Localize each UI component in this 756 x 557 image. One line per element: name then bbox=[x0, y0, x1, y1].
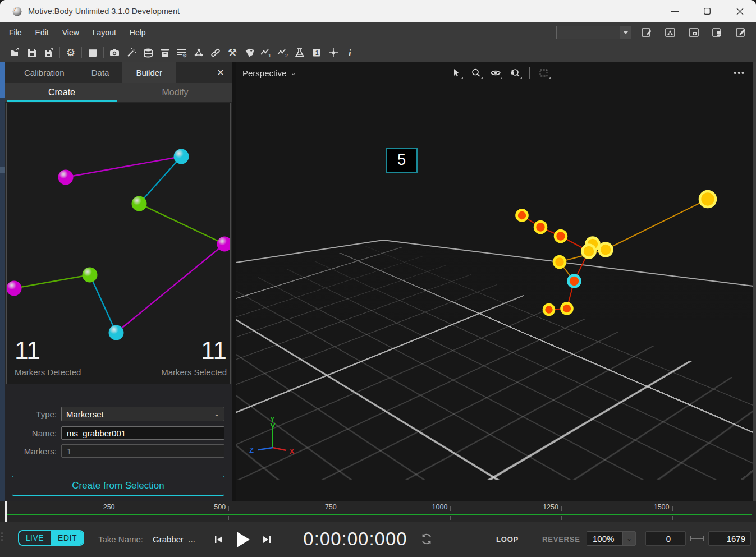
panel-viewport-divider[interactable] bbox=[232, 62, 236, 501]
markers-count-input[interactable]: 1 bbox=[61, 444, 224, 458]
type-select[interactable]: Markerset ⌄ bbox=[61, 407, 224, 421]
layout-square-icon[interactable] bbox=[84, 45, 101, 61]
menu-edit[interactable]: Edit bbox=[29, 22, 56, 43]
svg-text:⚙: ⚙ bbox=[182, 53, 187, 58]
chevron-down-icon: ⌄ bbox=[290, 69, 296, 77]
maximize-button[interactable] bbox=[691, 0, 723, 22]
open-file-icon[interactable] bbox=[7, 45, 24, 61]
panel-data-icon[interactable] bbox=[709, 25, 726, 40]
maximize-icon bbox=[704, 8, 711, 15]
archive-icon[interactable] bbox=[157, 45, 173, 61]
tag-icon[interactable] bbox=[241, 45, 258, 61]
title-bar: Motive:Body Unlimited 3.1.0 Development bbox=[0, 0, 756, 22]
play-button[interactable] bbox=[231, 530, 255, 550]
visibility-tool[interactable] bbox=[488, 66, 503, 80]
visibility-icon bbox=[490, 68, 501, 78]
timeline-tick-label: 500 bbox=[214, 503, 228, 511]
menu-layout[interactable]: Layout bbox=[86, 22, 123, 43]
markers-detected-label: Markers Detected bbox=[15, 367, 81, 377]
tab-builder[interactable]: Builder bbox=[122, 62, 176, 83]
crosshair-icon[interactable] bbox=[325, 45, 342, 61]
close-icon bbox=[736, 8, 744, 15]
docked-panel-edge[interactable] bbox=[0, 62, 5, 501]
minimize-button[interactable] bbox=[658, 0, 691, 22]
svg-text:2: 2 bbox=[285, 53, 288, 58]
skip-end-button[interactable] bbox=[258, 532, 275, 547]
panel-close-button[interactable]: ✕ bbox=[214, 62, 227, 83]
skip-start-icon bbox=[213, 534, 224, 545]
svg-text:X: X bbox=[290, 447, 295, 455]
selection-count-value: 5 bbox=[397, 151, 406, 169]
app-logo-icon bbox=[12, 7, 22, 16]
save-icon[interactable] bbox=[24, 45, 40, 61]
rect-select-tool[interactable] bbox=[537, 66, 551, 80]
skip-start-button[interactable] bbox=[210, 532, 227, 547]
timeline-strip[interactable]: 250500750100012501500 bbox=[0, 501, 756, 522]
range-start-input[interactable]: 0 bbox=[645, 531, 686, 546]
database-icon[interactable] bbox=[140, 45, 157, 61]
info-icon[interactable]: i bbox=[342, 45, 359, 61]
panel-camera-icon[interactable] bbox=[685, 25, 702, 40]
live-edit-toggle[interactable]: LIVE EDIT bbox=[18, 530, 84, 546]
magic-wand-icon[interactable] bbox=[123, 45, 140, 61]
settings-gear-icon[interactable]: ⚙ bbox=[62, 45, 79, 61]
zoom-lock-tool[interactable] bbox=[508, 66, 523, 80]
create-from-selection-button[interactable]: Create from Selection bbox=[12, 476, 224, 496]
transport-bar: LIVE EDIT Take Name: Grabber_... 0:00:00… bbox=[0, 522, 756, 557]
docked-panel-highlight bbox=[0, 62, 5, 98]
subtab-modify[interactable]: Modify bbox=[118, 83, 232, 102]
save-all-icon[interactable] bbox=[40, 45, 57, 61]
svg-text:1: 1 bbox=[315, 50, 319, 56]
tools-icon[interactable]: ⚒ bbox=[224, 45, 241, 61]
list-settings-icon[interactable]: ⚙ bbox=[173, 45, 190, 61]
take-name-label: Take Name: bbox=[98, 535, 143, 544]
flask-chart-icon[interactable] bbox=[291, 45, 308, 61]
layout-combobox[interactable] bbox=[556, 26, 631, 39]
timeline-playhead[interactable] bbox=[5, 501, 7, 522]
tab-calibration[interactable]: Calibration bbox=[11, 62, 78, 83]
numbered-1-icon[interactable]: 1 bbox=[308, 45, 325, 61]
timeline-tick bbox=[228, 503, 229, 520]
view-mode-dropdown[interactable]: Perspective ⌄ bbox=[242, 68, 296, 78]
tab-data[interactable]: Data bbox=[78, 62, 123, 83]
select-cursor-tool[interactable] bbox=[449, 66, 464, 80]
type-label: Type: bbox=[5, 409, 61, 419]
zoom-icon bbox=[471, 68, 481, 78]
name-input[interactable]: ms_grabber001 bbox=[61, 426, 224, 440]
loop-mode-button[interactable]: LOOP bbox=[496, 535, 519, 544]
panel-notes-icon[interactable] bbox=[732, 25, 749, 40]
panel-edit-icon[interactable] bbox=[638, 25, 655, 40]
graph-2-icon[interactable]: 2 bbox=[274, 45, 291, 61]
loop-toggle-button[interactable] bbox=[420, 532, 433, 546]
asset-nodes-icon[interactable] bbox=[190, 45, 207, 61]
live-mode-button[interactable]: LIVE bbox=[19, 531, 52, 545]
camera-icon[interactable] bbox=[106, 45, 123, 61]
close-button[interactable] bbox=[723, 0, 756, 22]
link-icon[interactable] bbox=[207, 45, 224, 61]
panel-markers-icon[interactable] bbox=[662, 25, 679, 40]
timeline-track-line bbox=[7, 514, 752, 515]
viewport-3d[interactable]: Perspective ⌄ bbox=[236, 62, 756, 501]
viewport-more-button[interactable]: ••• bbox=[734, 62, 745, 84]
zoom-tool[interactable] bbox=[469, 66, 483, 80]
timeline-tick bbox=[672, 503, 673, 520]
minimize-icon bbox=[671, 8, 679, 15]
grip-handle[interactable] bbox=[1, 532, 3, 541]
reverse-mode-button[interactable]: REVERSE bbox=[542, 535, 580, 544]
marker-preview-canvas[interactable]: 11 Markers Detected 11 Markers Selected bbox=[6, 103, 231, 384]
edit-mode-button[interactable]: EDIT bbox=[52, 531, 83, 545]
playback-speed-select[interactable]: 100% ⌄ bbox=[587, 531, 636, 546]
svg-text:Y: Y bbox=[270, 415, 275, 423]
menu-file[interactable]: File bbox=[0, 22, 29, 43]
zoom-lock-icon bbox=[510, 68, 521, 78]
timeline-tick bbox=[561, 503, 562, 520]
menu-help[interactable]: Help bbox=[123, 22, 153, 43]
graph-1-icon[interactable]: 1 bbox=[258, 45, 274, 61]
range-end-input[interactable]: 1679 bbox=[708, 531, 751, 546]
subtab-create[interactable]: Create bbox=[5, 83, 118, 102]
take-name-value[interactable]: Grabber_... bbox=[153, 535, 195, 544]
combobox-arrow[interactable] bbox=[620, 26, 631, 39]
scene-markers bbox=[236, 62, 756, 480]
tool-separator bbox=[529, 67, 530, 79]
menu-view[interactable]: View bbox=[56, 22, 86, 43]
